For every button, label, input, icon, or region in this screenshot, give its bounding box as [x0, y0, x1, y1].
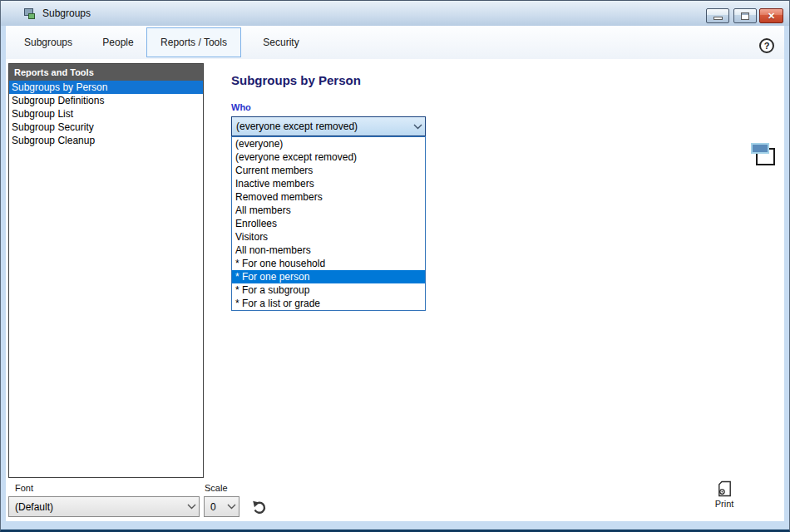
- scale-label: Scale: [205, 483, 228, 493]
- sidebar-item-label: Subgroups by Person: [12, 81, 107, 93]
- chevron-down-icon: [224, 504, 239, 510]
- minimize-icon: [713, 17, 723, 20]
- who-dropdown-option[interactable]: * For one person: [232, 270, 425, 283]
- who-option-label: * For one person: [235, 271, 309, 283]
- who-dropdown-option[interactable]: Current members: [232, 164, 425, 177]
- who-dropdown-option[interactable]: All members: [232, 204, 425, 217]
- print-button[interactable]: Print: [701, 480, 748, 517]
- reports-tools-list: Reports and Tools Subgroups by Person Su…: [8, 63, 204, 478]
- who-dropdown-option[interactable]: All non-members: [232, 244, 425, 257]
- tab-label: People: [102, 37, 133, 48]
- who-dropdown-option[interactable]: * For a list or grade: [232, 297, 425, 310]
- tab-label: Reports / Tools: [160, 37, 227, 48]
- who-option-label: (everyone): [235, 138, 283, 150]
- sidebar-item[interactable]: Subgroup Definitions: [9, 94, 203, 107]
- sidebar-item[interactable]: Subgroup Security: [9, 121, 203, 134]
- page-title: Subgroups by Person: [231, 73, 361, 87]
- who-option-label: * For a subgroup: [235, 284, 309, 296]
- close-icon: ✕: [768, 9, 775, 22]
- window-frame-bottom: [0, 521, 790, 532]
- window-content: Subgroups People Reports / Tools Securit…: [6, 26, 784, 521]
- who-dropdown-option[interactable]: Enrollees: [232, 217, 425, 230]
- who-option-label: All non-members: [235, 244, 311, 256]
- close-button[interactable]: ✕: [759, 8, 783, 23]
- subgroups-window: Subgroups ✕ Subgroups People: [0, 0, 790, 532]
- tab-label: Subgroups: [24, 37, 72, 48]
- who-dropdown-option[interactable]: (everyone): [232, 137, 425, 150]
- window-frame-right: [784, 26, 790, 521]
- font-combobox[interactable]: (Default): [8, 496, 200, 517]
- maximize-icon: [741, 12, 749, 20]
- popout-button[interactable]: [751, 143, 778, 168]
- chevron-down-icon: [184, 504, 199, 510]
- tab[interactable]: Reports / Tools: [146, 27, 241, 57]
- sidebar-item[interactable]: Subgroups by Person: [9, 81, 203, 94]
- who-label: Who: [231, 102, 251, 112]
- who-option-label: (everyone except removed): [235, 151, 357, 163]
- who-dropdown-option[interactable]: (everyone except removed): [232, 150, 425, 164]
- tab[interactable]: Security: [251, 27, 311, 57]
- font-combobox-value: (Default): [9, 501, 184, 513]
- who-option-label: Visitors: [235, 231, 268, 243]
- who-option-label: Enrollees: [235, 218, 277, 229]
- print-button-label: Print: [715, 499, 734, 509]
- who-dropdown-list: (everyone) (everyone except removed) Cur…: [231, 136, 426, 311]
- sidebar-items: Subgroups by Person Subgroup Definitions…: [9, 81, 203, 147]
- print-icon: [718, 480, 732, 497]
- who-option-label: * For one household: [235, 258, 325, 269]
- who-dropdown-option[interactable]: * For one household: [232, 257, 425, 270]
- who-dropdown-option[interactable]: Inactive members: [232, 177, 425, 190]
- who-combobox[interactable]: (everyone except removed): [231, 116, 426, 136]
- minimize-button[interactable]: [706, 8, 729, 23]
- who-dropdown-option[interactable]: Visitors: [232, 230, 425, 244]
- scale-combobox[interactable]: 0: [204, 496, 239, 517]
- maximize-button[interactable]: [733, 8, 757, 23]
- who-dropdown-option[interactable]: Removed members: [232, 190, 425, 204]
- who-option-label: * For a list or grade: [235, 298, 320, 309]
- sidebar-item-label: Subgroup Security: [12, 121, 94, 133]
- popout-icon-front: [751, 143, 769, 154]
- undo-icon: [251, 500, 267, 515]
- sidebar-item-label: Subgroup Cleanup: [12, 135, 95, 146]
- sidebar-header: Reports and Tools: [9, 64, 203, 81]
- window-frame-left: [0, 26, 6, 521]
- who-combobox-value: (everyone except removed): [232, 121, 410, 132]
- app-icon: [23, 7, 37, 21]
- who-option-label: Current members: [235, 165, 313, 176]
- tab[interactable]: People: [88, 27, 148, 57]
- tab-label: Security: [263, 37, 299, 48]
- who-option-label: Removed members: [235, 191, 323, 203]
- tab-bar: Subgroups People Reports / Tools Securit…: [6, 26, 784, 59]
- help-button[interactable]: ?: [759, 38, 774, 53]
- sidebar-item[interactable]: Subgroup List: [9, 107, 203, 121]
- tab[interactable]: Subgroups: [8, 27, 88, 57]
- app-icon-front: [28, 13, 35, 19]
- chevron-down-icon: [410, 124, 425, 130]
- who-option-label: Inactive members: [235, 178, 314, 190]
- reset-scale-button[interactable]: [249, 498, 268, 516]
- help-icon: ?: [764, 41, 770, 51]
- who-dropdown-option[interactable]: * For a subgroup: [232, 283, 425, 297]
- sidebar-item-label: Subgroup Definitions: [12, 95, 104, 106]
- who-option-label: All members: [235, 204, 291, 216]
- sidebar-item[interactable]: Subgroup Cleanup: [9, 134, 203, 147]
- font-label: Font: [15, 483, 33, 493]
- title-bar[interactable]: Subgroups ✕: [0, 0, 790, 26]
- sidebar-item-label: Subgroup List: [12, 108, 73, 120]
- scale-combobox-value: 0: [205, 501, 224, 513]
- window-title: Subgroups: [42, 7, 91, 19]
